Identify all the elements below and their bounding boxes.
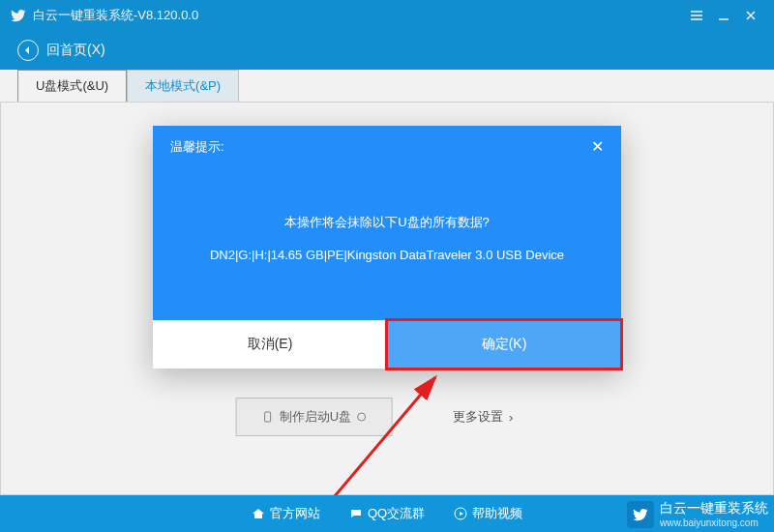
watermark-name: 白云一键重装系统: [660, 500, 768, 516]
dialog-close-icon[interactable]: ✕: [591, 137, 604, 156]
footer-help-label: 帮助视频: [472, 505, 522, 522]
footer-qq-group[interactable]: QQ交流群: [349, 505, 425, 522]
confirm-dialog: 温馨提示: ✕ 本操作将会抹除以下U盘的所有数据? DN2|G:|H:|14.6…: [153, 126, 621, 369]
dialog-message: 本操作将会抹除以下U盘的所有数据?: [182, 206, 592, 239]
watermark-logo-icon: [627, 501, 654, 528]
footer-site-label: 官方网站: [270, 505, 320, 522]
confirm-button[interactable]: 确定(K): [387, 320, 621, 369]
home-icon: [252, 507, 265, 520]
dialog-device-info: DN2|G:|H:|14.65 GB|PE|Kingston DataTrave…: [182, 239, 592, 272]
modal-backdrop: 温馨提示: ✕ 本操作将会抹除以下U盘的所有数据? DN2|G:|H:|14.6…: [0, 0, 774, 532]
footer-official-site[interactable]: 官方网站: [252, 505, 320, 522]
watermark-text: 白云一键重装系统 www.baiyunxitong.com: [660, 500, 768, 528]
dialog-footer: 取消(E) 确定(K): [153, 320, 621, 369]
dialog-body: 本操作将会抹除以下U盘的所有数据? DN2|G:|H:|14.65 GB|PE|…: [153, 167, 621, 320]
video-icon: [454, 507, 467, 520]
dialog-header: 温馨提示: ✕: [153, 126, 621, 167]
dialog-title: 温馨提示:: [170, 138, 224, 156]
cancel-button[interactable]: 取消(E): [153, 320, 387, 369]
footer-qq-label: QQ交流群: [368, 505, 425, 522]
footer-help-video[interactable]: 帮助视频: [454, 505, 522, 522]
footer: 官方网站 QQ交流群 帮助视频 白云一键重装系统 www.baiyunxiton…: [0, 495, 774, 532]
watermark: 白云一键重装系统 www.baiyunxitong.com: [627, 500, 768, 528]
confirm-label: 确定(K): [482, 336, 527, 353]
chat-icon: [349, 507, 363, 520]
watermark-url: www.baiyunxitong.com: [660, 517, 768, 528]
